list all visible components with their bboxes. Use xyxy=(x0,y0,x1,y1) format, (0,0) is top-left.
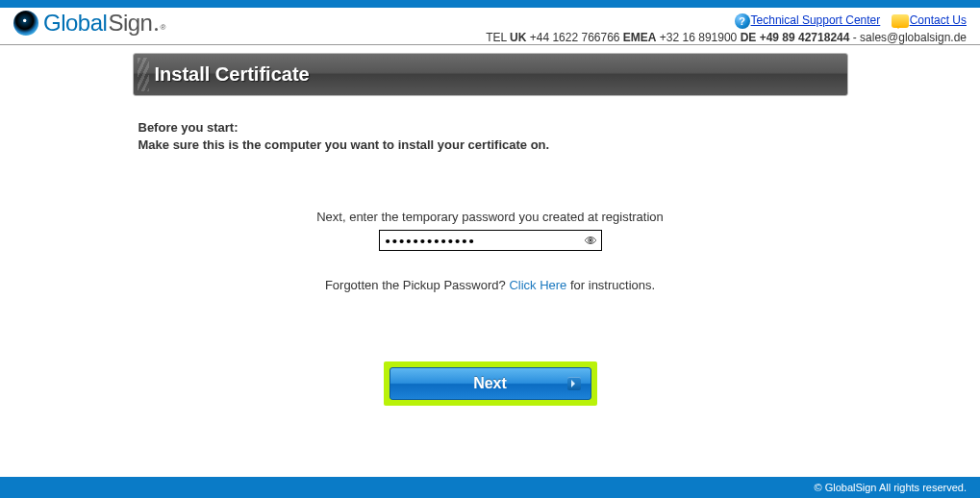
globalsign-eye-icon xyxy=(13,11,38,36)
help-icon: ? xyxy=(735,13,750,29)
intro-block: Before you start: Make sure this is the … xyxy=(133,96,848,154)
header-links: ?Technical Support Center Contact Us xyxy=(486,13,967,29)
uk-label: UK xyxy=(510,31,526,44)
main-content: Install Certificate Before you start: Ma… xyxy=(0,45,980,477)
de-number: +49 89 42718244 xyxy=(760,31,850,44)
next-button-container: Next xyxy=(133,361,848,406)
logo-text-global: Global xyxy=(43,10,107,37)
contact-line: TEL UK +44 1622 766766 EMEA +32 16 89190… xyxy=(486,31,967,44)
emea-number: +32 16 891900 xyxy=(660,31,737,44)
intro-line-1: Before you start: xyxy=(138,119,848,137)
panel: Install Certificate Before you start: Ma… xyxy=(133,53,848,406)
next-button-highlight: Next xyxy=(384,361,597,406)
form-area: Next, enter the temporary password you c… xyxy=(133,210,848,406)
next-button-label: Next xyxy=(473,375,507,392)
header-right: ?Technical Support Center Contact Us TEL… xyxy=(486,10,967,44)
forgotten-password-text: Forgotten the Pickup Password? Click Her… xyxy=(133,278,848,292)
forgot-password-link[interactable]: Click Here xyxy=(509,278,566,292)
sales-email: sales@globalsign.de xyxy=(860,31,967,44)
technical-support-link[interactable]: Technical Support Center xyxy=(751,13,881,27)
top-accent-bar xyxy=(0,0,980,8)
next-button[interactable]: Next xyxy=(389,367,591,400)
intro-line-2: Make sure this is the computer you want … xyxy=(138,137,848,154)
chat-icon xyxy=(892,14,909,28)
password-hint: Next, enter the temporary password you c… xyxy=(133,210,848,224)
arrow-right-icon xyxy=(567,377,581,390)
uk-number: +44 1622 766766 xyxy=(530,31,620,44)
de-label: DE xyxy=(741,31,757,44)
logo-dot xyxy=(155,28,158,31)
header: Global Sign ® ?Technical Support Center … xyxy=(0,8,980,45)
emea-label: EMEA xyxy=(623,31,657,44)
logo-text-sign: Sign xyxy=(108,10,152,37)
contact-us-link[interactable]: Contact Us xyxy=(910,13,967,27)
logo: Global Sign ® xyxy=(13,10,165,38)
reveal-password-icon[interactable] xyxy=(580,231,601,250)
footer: © GlobalSign All rights reserved. xyxy=(0,477,980,498)
forgot-post: for instructions. xyxy=(566,278,655,292)
tel-label: TEL xyxy=(486,31,507,44)
separator: - xyxy=(849,31,860,44)
password-field-wrapper xyxy=(379,230,602,251)
forgot-pre: Forgotten the Pickup Password? xyxy=(325,278,510,292)
temporary-password-input[interactable] xyxy=(380,231,580,250)
footer-copyright: © GlobalSign All rights reserved. xyxy=(814,482,967,493)
logo-registered-mark: ® xyxy=(160,23,165,32)
svg-point-0 xyxy=(590,239,591,241)
page-title: Install Certificate xyxy=(133,53,848,96)
